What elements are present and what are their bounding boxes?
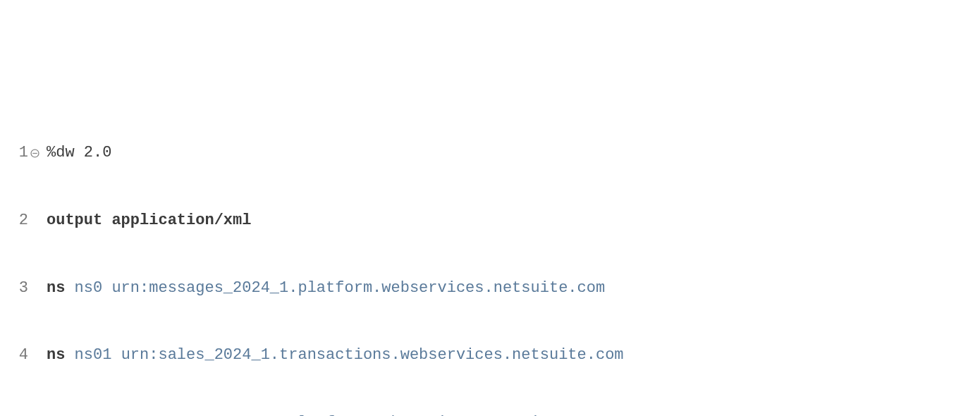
fold-spacer — [28, 412, 41, 416]
code-editor: 1 2 3 4 5 6 7 8 — [0, 97, 980, 416]
code-line: ns ns0 urn:messages_2024_1.platform.webs… — [47, 277, 680, 300]
code-area[interactable]: %dw 2.0 output application/xml ns ns0 ur… — [42, 97, 680, 416]
fold-spacer — [28, 277, 41, 300]
gutter: 1 2 3 4 5 6 7 8 — [0, 97, 42, 416]
gutter-row: 2 — [0, 209, 41, 232]
namespace-uri: urn:sales_2024_1.transactions.webservice… — [121, 344, 624, 367]
code-line: ns ns02 urn:common_2024_1.platform.webse… — [47, 412, 680, 416]
namespace-uri: urn:common_2024_1.platform.webservices.n… — [121, 412, 596, 416]
line-number: 5 — [19, 412, 28, 416]
code-line: ns ns01 urn:sales_2024_1.transactions.we… — [47, 344, 680, 367]
line-number: 2 — [19, 209, 28, 232]
code-text — [102, 209, 111, 232]
code-text: application/xml — [111, 209, 251, 232]
namespace-uri: urn:messages_2024_1.platform.webservices… — [111, 277, 605, 300]
code-text: ns01 — [65, 344, 121, 367]
keyword: ns — [47, 277, 65, 300]
code-text: %dw 2.0 — [47, 142, 111, 164]
code-line: output application/xml — [47, 209, 680, 232]
line-number: 1 — [19, 142, 28, 164]
code-line: %dw 2.0 — [47, 142, 680, 164]
fold-spacer — [28, 344, 41, 367]
gutter-row: 1 — [0, 142, 41, 164]
fold-toggle-icon[interactable] — [28, 142, 41, 164]
line-number: 3 — [19, 277, 28, 300]
gutter-row: 5 — [0, 412, 41, 416]
keyword: output — [47, 209, 102, 232]
keyword: ns — [47, 412, 65, 416]
keyword: ns — [47, 344, 65, 367]
gutter-row: 4 — [0, 344, 41, 367]
line-number: 4 — [19, 344, 28, 367]
fold-spacer — [28, 209, 41, 232]
gutter-row: 3 — [0, 277, 41, 300]
code-text: ns0 — [65, 277, 111, 300]
code-text: ns02 — [65, 412, 121, 416]
